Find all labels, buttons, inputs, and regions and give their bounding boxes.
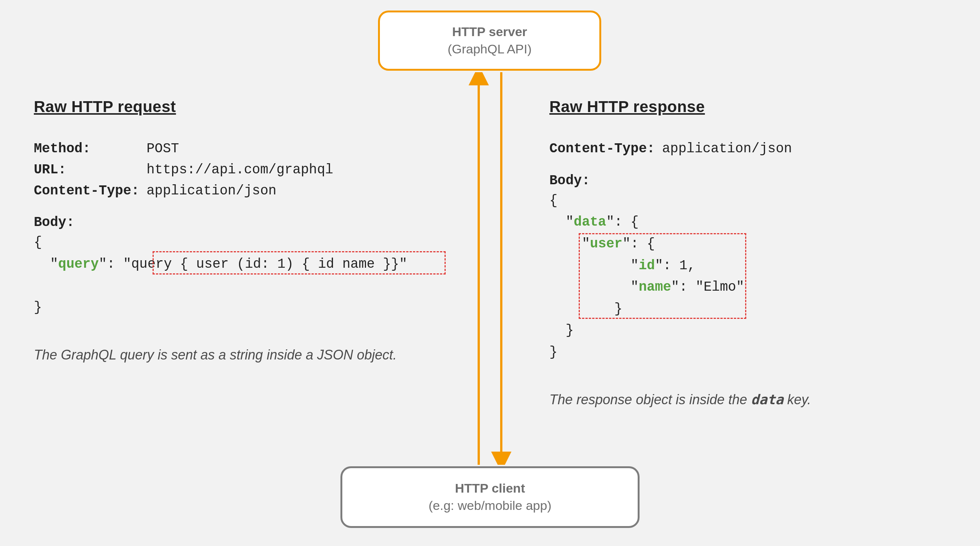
request-panel: Raw HTTP request Method: POST URL: https… (34, 98, 432, 365)
request-caption: The GraphQL query is sent as a string in… (34, 345, 432, 365)
request-ctype-row: Content-Type: application/json (34, 180, 432, 201)
client-node: HTTP client (e.g: web/mobile app) (340, 466, 640, 528)
res-brace-open: { (549, 193, 558, 208)
res-data-close: } (566, 322, 574, 338)
request-highlight-box (153, 251, 445, 275)
response-ctype-row: Content-Type: application/json (549, 138, 948, 160)
response-caption: The response object is inside the data k… (549, 390, 948, 410)
res-data-key: data (574, 214, 606, 230)
response-caption-before: The response object is inside the (549, 392, 751, 407)
server-subtitle: (GraphQL API) (447, 41, 532, 58)
response-title: Raw HTTP response (549, 98, 948, 116)
res-brace-close: } (549, 345, 558, 360)
request-title: Raw HTTP request (34, 98, 432, 116)
response-body-label: Body: (549, 173, 948, 188)
response-ctype-label: Content-Type: (549, 138, 662, 160)
response-panel: Raw HTTP response Content-Type: applicat… (549, 98, 948, 410)
request-url-value: https://api.com/graphql (146, 160, 333, 180)
server-title: HTTP server (452, 23, 527, 41)
request-ctype-value: application/json (146, 180, 277, 201)
response-body-code: { "data": { "user": { "id": 1, "name": "… (549, 190, 948, 363)
request-method-value: POST (146, 138, 179, 160)
req-brace-close: } (34, 300, 42, 315)
request-url-row: URL: https://api.com/graphql (34, 160, 432, 180)
request-body-label: Body: (34, 215, 432, 230)
response-caption-after: key. (783, 392, 811, 407)
server-node: HTTP server (GraphQL API) (378, 11, 601, 71)
client-subtitle: (e.g: web/mobile app) (429, 497, 552, 514)
request-url-label: URL: (34, 160, 146, 180)
response-highlight-box (579, 233, 746, 319)
req-brace-open: { (34, 235, 42, 250)
req-json-key: query (58, 257, 99, 272)
client-title: HTTP client (455, 480, 525, 497)
request-method-row: Method: POST (34, 138, 432, 160)
response-caption-code: data (751, 392, 783, 407)
response-ctype-value: application/json (662, 138, 792, 160)
request-body-code: { "query": "query { user (id: 1) { id na… (34, 231, 432, 318)
request-ctype-label: Content-Type: (34, 180, 146, 201)
request-method-label: Method: (34, 138, 146, 160)
request-response-arrows (464, 72, 516, 465)
